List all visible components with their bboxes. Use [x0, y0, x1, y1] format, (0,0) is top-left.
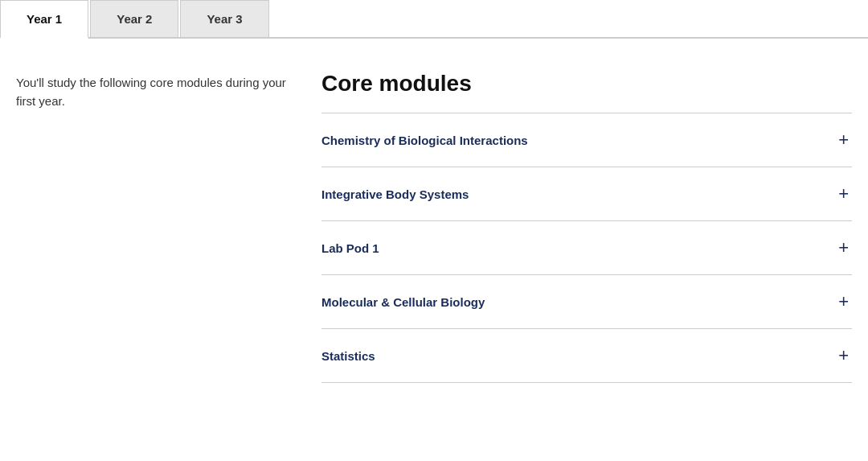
expand-icon[interactable]: +	[838, 185, 849, 203]
module-item[interactable]: Integrative Body Systems+	[321, 167, 852, 221]
expand-icon[interactable]: +	[838, 131, 849, 149]
module-name: Chemistry of Biological Interactions	[321, 134, 528, 147]
tabs-bar: Year 1Year 2Year 3	[0, 0, 868, 39]
module-name: Molecular & Cellular Biology	[321, 295, 485, 309]
core-modules-title: Core modules	[321, 71, 852, 97]
tab-year1[interactable]: Year 1	[0, 0, 88, 39]
expand-icon[interactable]: +	[838, 293, 849, 311]
module-name: Lab Pod 1	[321, 241, 379, 255]
expand-icon[interactable]: +	[838, 239, 849, 257]
module-name: Integrative Body Systems	[321, 187, 469, 201]
module-item[interactable]: Molecular & Cellular Biology+	[321, 275, 852, 329]
left-panel-description: You'll study the following core modules …	[16, 74, 289, 110]
left-panel: You'll study the following core modules …	[16, 71, 289, 383]
module-item[interactable]: Chemistry of Biological Interactions+	[321, 113, 852, 167]
module-item[interactable]: Statistics+	[321, 329, 852, 383]
tab-year3[interactable]: Year 3	[180, 0, 268, 37]
expand-icon[interactable]: +	[838, 347, 849, 364]
right-panel: Core modules Chemistry of Biological Int…	[321, 71, 852, 383]
main-content: You'll study the following core modules …	[0, 39, 868, 399]
module-list: Chemistry of Biological Interactions+Int…	[321, 113, 852, 383]
module-item[interactable]: Lab Pod 1+	[321, 221, 852, 275]
module-name: Statistics	[321, 349, 375, 363]
tab-year2[interactable]: Year 2	[90, 0, 178, 37]
